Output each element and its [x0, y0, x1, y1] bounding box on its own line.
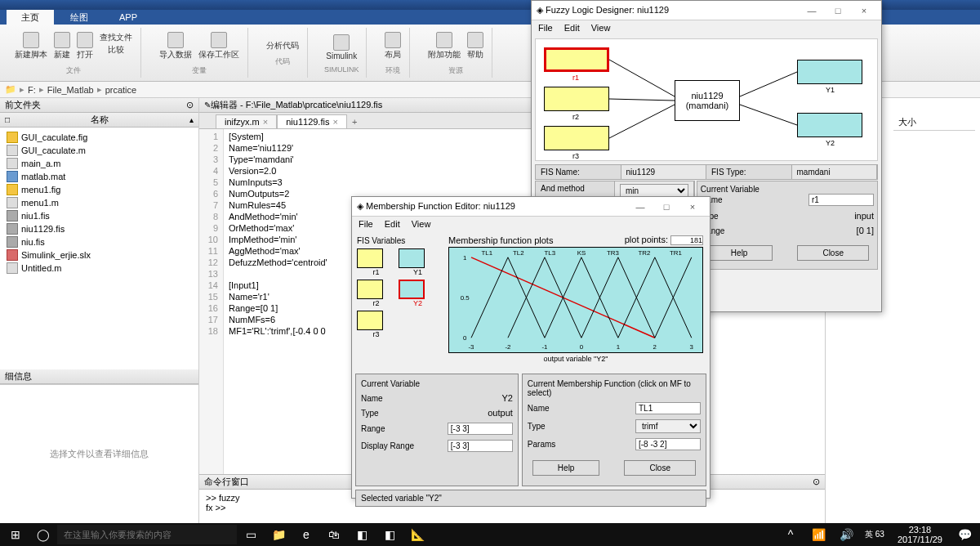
- import-data-button[interactable]: 导入数据: [158, 30, 194, 62]
- close-icon[interactable]: ×: [263, 117, 268, 127]
- window-titlebar[interactable]: ◈ Fuzzy Logic Designer: niu1129 — □ ×: [532, 1, 881, 20]
- minimize-button[interactable]: —: [628, 199, 653, 214]
- chevron-right-icon: ▸: [97, 84, 102, 95]
- rule-block[interactable]: niu1129 (mamdani): [675, 80, 740, 121]
- var-y2[interactable]: [399, 280, 425, 299]
- fis-diagram[interactable]: r1 r2 r3 niu1129 (mamdani) Y1 Y2: [535, 38, 878, 161]
- file-item[interactable]: menu1.m: [3, 196, 195, 209]
- folder-icon: 📁: [5, 84, 16, 95]
- new-script-button[interactable]: 新建脚本: [13, 30, 49, 62]
- menu-view[interactable]: View: [591, 23, 611, 33]
- app-icon[interactable]: ◧: [376, 524, 403, 545]
- var-label: r1: [357, 268, 395, 276]
- close-icon[interactable]: ×: [332, 117, 337, 127]
- current-folder-col-header[interactable]: □ 名称 ▴: [0, 113, 198, 128]
- close-button[interactable]: Close: [624, 460, 696, 476]
- ribbon-tab-home[interactable]: 主页: [7, 10, 54, 25]
- panel-dropdown-icon[interactable]: ⊙: [186, 100, 194, 110]
- ribbon-tab-plot[interactable]: 绘图: [56, 10, 103, 25]
- help-button[interactable]: 帮助: [466, 30, 485, 62]
- taskbar-search-input[interactable]: [57, 525, 237, 544]
- help-button[interactable]: Help: [532, 460, 600, 476]
- type-label: Type: [361, 409, 379, 418]
- input-block-r1[interactable]: [544, 47, 609, 72]
- file-item[interactable]: Simulink_erjie.slx: [3, 248, 195, 262]
- path-segment[interactable]: prcatice: [105, 85, 137, 95]
- file-item[interactable]: niu.fis: [3, 235, 195, 248]
- var-label: Y1: [399, 268, 437, 276]
- edge-icon[interactable]: e: [292, 524, 320, 545]
- tray-chevron-icon[interactable]: ^: [777, 524, 804, 545]
- mf-plot-title: Membership function plots: [448, 235, 553, 245]
- cortana-icon[interactable]: ◯: [29, 524, 57, 545]
- var-y1[interactable]: [399, 248, 425, 268]
- file-item[interactable]: menu1.fig: [3, 183, 195, 196]
- window-titlebar[interactable]: ◈ Membership Function Editor: niu1129 — …: [352, 197, 710, 217]
- analyze-code-button[interactable]: 分析代码: [265, 38, 301, 53]
- mf-name-input[interactable]: [635, 402, 701, 414]
- close-button[interactable]: Close: [797, 245, 869, 261]
- maximize-button[interactable]: □: [654, 199, 679, 214]
- file-item[interactable]: matlab.mat: [3, 170, 195, 183]
- output-block-y2[interactable]: [797, 113, 862, 137]
- file-explorer-icon[interactable]: 📁: [265, 524, 292, 545]
- editor-tab[interactable]: niu1129.fis×: [277, 114, 347, 128]
- file-name: main_a.m: [21, 159, 60, 168]
- file-icon: [7, 210, 18, 222]
- maximize-button[interactable]: □: [826, 3, 850, 18]
- plot-points-input[interactable]: [670, 235, 703, 245]
- mf-chart[interactable]: TL1TL2TL3KSTR3TR2TR1-3-2-1012300.51: [448, 247, 703, 353]
- var-r3[interactable]: [357, 311, 383, 330]
- start-button[interactable]: ⊞: [2, 524, 29, 545]
- menu-view[interactable]: View: [412, 219, 431, 229]
- file-item[interactable]: niu1129.fis: [3, 222, 195, 235]
- path-segment[interactable]: File_Matlab: [47, 85, 94, 95]
- new-button[interactable]: 新建: [52, 30, 72, 62]
- input-block-r2[interactable]: [544, 87, 609, 111]
- menu-edit[interactable]: Edit: [564, 23, 580, 33]
- find-files-button[interactable]: 查找文件比较: [98, 30, 134, 62]
- panel-dropdown-icon[interactable]: ⊙: [813, 477, 820, 487]
- simulink-button[interactable]: Simulink: [324, 33, 359, 62]
- input-block-r3[interactable]: [544, 126, 609, 150]
- new-tab-button[interactable]: +: [347, 115, 362, 128]
- layout-button[interactable]: 布局: [383, 30, 403, 62]
- menu-file[interactable]: File: [359, 219, 373, 229]
- close-button[interactable]: ×: [680, 199, 705, 214]
- task-view-icon[interactable]: ▭: [237, 524, 265, 545]
- file-name: menu1.m: [21, 198, 59, 208]
- editor-tab[interactable]: inifzyx.m×: [216, 114, 277, 128]
- file-item[interactable]: Untitled.m: [3, 262, 195, 275]
- store-icon[interactable]: 🛍: [320, 524, 348, 545]
- app-icon[interactable]: ◧: [348, 524, 376, 545]
- range-input[interactable]: [448, 423, 513, 435]
- taskbar-clock[interactable]: 23:182017/11/29: [889, 525, 951, 544]
- open-button[interactable]: 打开: [75, 30, 95, 62]
- var-r2[interactable]: [357, 280, 383, 299]
- file-item[interactable]: GUI_caculate.m: [3, 144, 195, 157]
- ribbon-tab-app[interactable]: APP: [105, 11, 152, 24]
- file-item[interactable]: niu1.fis: [3, 209, 195, 222]
- close-button[interactable]: ×: [852, 3, 876, 18]
- network-icon[interactable]: 📶: [804, 524, 832, 545]
- ime-indicator[interactable]: 英 63: [860, 529, 889, 540]
- minimize-button[interactable]: —: [800, 3, 824, 18]
- mf-type-select[interactable]: trimf: [635, 419, 701, 433]
- notifications-icon[interactable]: 💬: [951, 524, 978, 545]
- menu-file[interactable]: File: [538, 23, 553, 33]
- curvar-name-input[interactable]: [808, 194, 874, 206]
- volume-icon[interactable]: 🔊: [832, 524, 860, 545]
- display-range-input[interactable]: [448, 440, 513, 452]
- addons-button[interactable]: 附加功能: [426, 30, 462, 62]
- file-item[interactable]: GUI_caculate.fig: [3, 131, 195, 144]
- svg-text:2: 2: [653, 343, 657, 351]
- help-button[interactable]: Help: [706, 245, 773, 261]
- menu-edit[interactable]: Edit: [385, 219, 400, 229]
- matlab-taskbar-icon[interactable]: 📐: [403, 524, 431, 545]
- var-r1[interactable]: [357, 248, 383, 268]
- path-segment[interactable]: F:: [28, 85, 36, 95]
- output-block-y1[interactable]: [797, 60, 862, 84]
- save-workspace-button[interactable]: 保存工作区: [197, 30, 241, 62]
- file-item[interactable]: main_a.m: [3, 157, 195, 170]
- mf-params-input[interactable]: [635, 438, 701, 450]
